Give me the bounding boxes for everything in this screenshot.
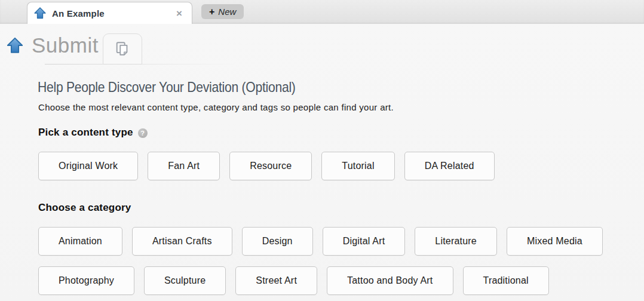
content-type-button-tutorial[interactable]: Tutorial — [321, 152, 394, 180]
close-icon[interactable]: × — [174, 7, 185, 20]
help-icon[interactable]: ? — [138, 128, 148, 138]
content-type-button-fan-art[interactable]: Fan Art — [148, 152, 220, 180]
submit-arrow-icon — [33, 7, 47, 20]
tab-bar: An Example × + New — [0, 0, 644, 24]
content-type-button-resource[interactable]: Resource — [229, 152, 312, 180]
category-button-literature[interactable]: Literature — [415, 227, 497, 256]
category-options-row-1: Animation Artisan Crafts Design Digital … — [38, 227, 603, 256]
category-button-tattoo-and-body-art[interactable]: Tattoo and Body Art — [327, 266, 453, 295]
page-subheading: Choose the most relevant content type, c… — [38, 102, 394, 112]
category-button-photography[interactable]: Photography — [38, 266, 134, 295]
category-button-animation[interactable]: Animation — [38, 227, 122, 256]
page-title: Submit — [32, 33, 99, 57]
content-type-label: Pick a content type — [38, 127, 133, 139]
multi-submit-tab[interactable] — [103, 33, 142, 64]
pages-icon — [114, 41, 131, 57]
category-options-row-2: Photography Sculpture Street Art Tattoo … — [38, 266, 549, 295]
tab-an-example[interactable]: An Example × — [27, 2, 192, 24]
category-label: Choose a category — [38, 202, 131, 214]
category-section-label: Choose a category — [38, 202, 131, 214]
content-type-button-da-related[interactable]: DA Related — [404, 152, 495, 180]
submit-arrow-icon-large — [6, 36, 24, 54]
tab-label: An Example — [52, 8, 174, 19]
content-type-button-original-work[interactable]: Original Work — [38, 152, 138, 180]
category-button-sculpture[interactable]: Sculpture — [144, 266, 226, 295]
submit-page: Submit Help People Discover Your Deviati… — [0, 24, 644, 301]
content-type-options: Original Work Fan Art Resource Tutorial … — [38, 152, 495, 180]
plus-icon: + — [209, 7, 214, 17]
category-button-artisan-crafts[interactable]: Artisan Crafts — [132, 227, 232, 256]
new-tab-label: New — [218, 7, 236, 17]
category-button-digital-art[interactable]: Digital Art — [323, 227, 406, 256]
category-button-mixed-media[interactable]: Mixed Media — [507, 227, 603, 256]
new-tab-button[interactable]: + New — [201, 4, 244, 19]
content-type-section-label: Pick a content type ? — [38, 127, 148, 139]
page-heading: Help People Discover Your Deviation (Opt… — [38, 79, 296, 96]
category-button-traditional[interactable]: Traditional — [463, 266, 549, 295]
category-button-street-art[interactable]: Street Art — [235, 266, 317, 295]
category-button-design[interactable]: Design — [242, 227, 313, 256]
header-divider — [45, 64, 254, 64]
